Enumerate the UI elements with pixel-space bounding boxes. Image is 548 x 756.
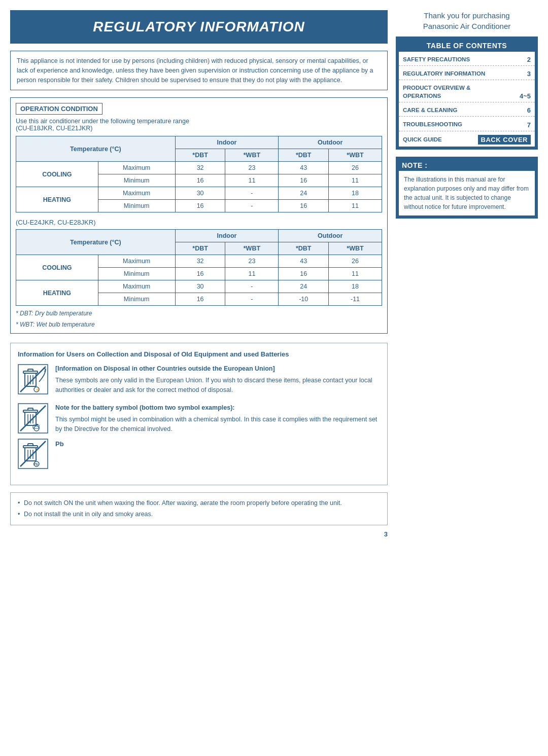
toc-item-safety[interactable]: SAFETY PRECAUTIONS 2 xyxy=(399,52,535,66)
disposal-title: Information for Users on Collection and … xyxy=(18,350,380,358)
pb-label: Pb xyxy=(55,440,64,448)
table-row: HEATING Maximum 30 - 24 18 xyxy=(16,187,382,200)
svg-text:Pb: Pb xyxy=(33,462,38,466)
list-item: Do not switch ON the unit when waxing th… xyxy=(18,498,380,509)
right-column: Thank you for purchasingPanasonic Air Co… xyxy=(396,10,538,538)
indoor-header: Indoor xyxy=(175,136,279,149)
temperature-table-2: Temperature (°C) Indoor Outdoor *DBT *WB… xyxy=(16,229,382,306)
thank-you-text: Thank you for purchasingPanasonic Air Co… xyxy=(396,10,538,31)
outdoor-header: Outdoor xyxy=(279,136,382,149)
table-row: COOLING Maximum 32 23 43 26 xyxy=(16,255,382,268)
disposal-icon-1: ⚡ xyxy=(18,364,48,396)
svg-rect-3 xyxy=(28,369,33,371)
bottom-notes: Do not switch ON the unit when waxing th… xyxy=(10,492,388,525)
toc-item-regulatory[interactable]: REGULATORY INFORMATION 3 xyxy=(399,66,535,80)
temperature-table-1: Temperature (°C) Indoor Outdoor *DBT *WB… xyxy=(16,136,382,212)
toc-item-product[interactable]: PRODUCT OVERVIEW &OPERATIONS 4~5 xyxy=(399,80,535,102)
operation-section-title: OPERATION CONDITION xyxy=(16,103,102,115)
toc-box: TABLE OF CONTENTS SAFETY PRECAUTIONS 2 R… xyxy=(396,37,538,150)
disposal-text-2: Note for the battery symbol (bottom two … xyxy=(55,403,380,449)
disposal-box: Information for Users on Collection and … xyxy=(10,343,388,485)
table-row: HEATING Maximum 30 - 24 18 xyxy=(16,280,382,293)
toc-title: TABLE OF CONTENTS xyxy=(399,40,535,52)
list-item: Do not install the unit in oily and smok… xyxy=(18,509,380,520)
toc-item-troubleshooting[interactable]: TROUBLESHOOTING 7 xyxy=(399,117,535,131)
table-row: COOLING Maximum 32 23 43 26 xyxy=(16,162,382,174)
disposal-text-1: [Information on Disposal in other Countr… xyxy=(55,364,380,394)
disposal-icon-2: Pb xyxy=(18,403,48,471)
svg-text:⚡: ⚡ xyxy=(35,387,40,392)
operation-condition-block: OPERATION CONDITION Use this air conditi… xyxy=(10,97,388,334)
footnote1: * DBT: Dry bulb temperature xyxy=(16,310,382,317)
page-title: REGULATORY INFORMATION xyxy=(10,10,388,44)
page-number: 3 xyxy=(10,530,388,538)
toc-item-care[interactable]: CARE & CLEANING 6 xyxy=(399,102,535,117)
operation-desc1: Use this air conditioner under the follo… xyxy=(16,118,382,132)
svg-rect-20 xyxy=(37,424,38,425)
note-box: NOTE : The illustrations in this manual … xyxy=(396,157,538,219)
left-column: REGULATORY INFORMATION This appliance is… xyxy=(10,10,388,538)
note-title: NOTE : xyxy=(399,160,535,171)
table2-label: (CU-E24JKR, CU-E28JKR) xyxy=(16,219,382,226)
warning-box: This appliance is not intended for use b… xyxy=(10,51,388,90)
warning-text: This appliance is not intended for use b… xyxy=(17,57,373,84)
svg-rect-13 xyxy=(28,408,33,410)
svg-rect-24 xyxy=(28,444,33,446)
disposal-row-1: ⚡ [Information on Disposal in other Coun… xyxy=(18,364,380,396)
disposal-row-2: Pb Note for the battery symbol (bottom t… xyxy=(18,403,380,471)
footnote2: * WBT: Wet bulb temperature xyxy=(16,321,382,328)
note-content: The illustrations in this manual are for… xyxy=(399,171,535,215)
temp-header: Temperature (°C) xyxy=(16,136,176,162)
toc-item-quickguide[interactable]: QUICK GUIDE BACK COVER xyxy=(399,131,535,147)
bottom-notes-list: Do not switch ON the unit when waxing th… xyxy=(18,498,380,520)
